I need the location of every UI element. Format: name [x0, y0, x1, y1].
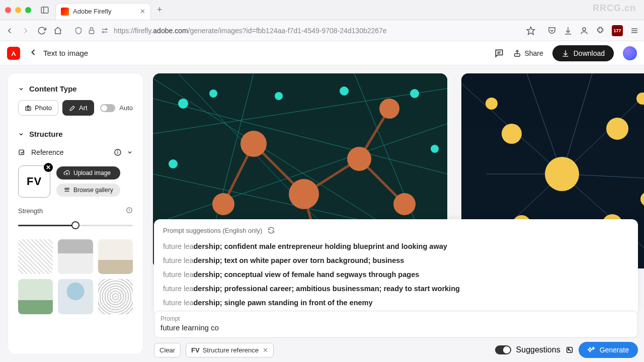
suggestion-item[interactable]: future leadership; single pawn standing …: [163, 296, 629, 310]
reload-icon[interactable]: [37, 26, 46, 35]
svg-point-50: [178, 99, 188, 109]
pocket-icon[interactable]: [547, 26, 556, 35]
lock-icon: [88, 27, 96, 35]
breadcrumb-back-icon[interactable]: [28, 47, 38, 59]
generate-button[interactable]: Generate: [579, 342, 638, 358]
content-type-art-button[interactable]: Art: [62, 100, 94, 116]
sample-thumb[interactable]: [58, 239, 93, 274]
svg-point-24: [67, 188, 69, 190]
breadcrumb: Text to image: [43, 49, 88, 57]
forward-icon: [21, 26, 30, 35]
download-button[interactable]: Download: [552, 45, 614, 61]
prompt-input[interactable]: [160, 323, 631, 332]
extensions-icon[interactable]: [596, 26, 605, 35]
ublock-badge[interactable]: 177: [612, 25, 623, 36]
photo-label: Photo: [35, 104, 52, 112]
slider-thumb[interactable]: [71, 221, 79, 229]
upload-image-button[interactable]: Upload image: [56, 166, 120, 179]
sample-thumb[interactable]: [58, 279, 93, 314]
sample-thumb[interactable]: [18, 239, 53, 274]
back-icon[interactable]: [5, 26, 14, 35]
remove-reference-icon[interactable]: ✕: [44, 163, 53, 172]
strength-info-icon[interactable]: [126, 207, 133, 215]
sidebar-toggle-icon[interactable]: [40, 6, 49, 15]
reference-label: Reference: [31, 148, 64, 156]
svg-marker-7: [527, 27, 535, 34]
menu-icon[interactable]: [630, 26, 639, 35]
camera-icon: [25, 105, 32, 112]
reference-row[interactable]: Reference: [18, 145, 133, 159]
suggestion-item[interactable]: future leadership; text on white paper o…: [163, 253, 629, 267]
suggestions-toggle[interactable]: [495, 345, 511, 354]
svg-point-46: [393, 193, 416, 215]
suggestion-item[interactable]: future leadership; conceptual view of fe…: [163, 267, 629, 282]
structure-header[interactable]: Structure: [18, 130, 133, 138]
structure-reference-chip[interactable]: FV Structure reference ✕: [186, 343, 274, 357]
refresh-icon[interactable]: [267, 226, 275, 234]
clear-button[interactable]: Clear: [154, 343, 181, 357]
comments-icon[interactable]: [494, 48, 504, 58]
content-type-label: Content Type: [29, 84, 77, 93]
tab-title: Adobe Firefly: [73, 8, 112, 15]
reference-thumbnail-text: FV: [27, 175, 42, 188]
suggestion-item[interactable]: future leadership; professional career; …: [163, 282, 629, 296]
content-type-header[interactable]: Content Type: [18, 84, 133, 93]
new-tab-icon[interactable]: +: [157, 5, 163, 15]
suggestions-heading: Prompt suggestions (English only): [163, 227, 262, 234]
sample-thumb[interactable]: [98, 279, 133, 314]
svg-point-18: [27, 107, 30, 110]
structure-chip-label: Structure reference: [203, 346, 259, 354]
strength-slider[interactable]: [18, 220, 133, 230]
info-icon[interactable]: [114, 148, 122, 156]
brush-icon: [69, 105, 76, 112]
reference-thumbnail[interactable]: FV ✕: [18, 165, 50, 198]
browser-tab-bar: Adobe Firefly ✕ +: [0, 0, 644, 20]
maximize-window-icon[interactable]: [25, 7, 31, 13]
content-type-photo-button[interactable]: Photo: [18, 100, 58, 116]
chevron-down-icon[interactable]: [127, 149, 133, 155]
sample-thumb[interactable]: [98, 239, 133, 274]
tab-close-icon[interactable]: ✕: [140, 8, 145, 15]
prompt-settings-icon[interactable]: [566, 346, 574, 354]
share-icon: [513, 49, 521, 57]
download-icon: [561, 49, 570, 57]
prompt-box[interactable]: Prompt: [154, 311, 638, 338]
svg-point-22: [118, 151, 118, 151]
home-icon[interactable]: [53, 26, 62, 35]
sample-thumb[interactable]: [18, 279, 53, 314]
app-header: Text to image Share Download: [0, 41, 644, 65]
avatar[interactable]: [623, 46, 637, 60]
adobe-logo-icon[interactable]: [7, 47, 20, 60]
downloads-icon[interactable]: [564, 26, 573, 35]
bookmark-star-icon[interactable]: [526, 26, 535, 35]
browser-toolbar: https://firefly.adobe.com/generate/image…: [0, 20, 644, 41]
auto-toggle[interactable]: [100, 104, 115, 112]
window-controls: [5, 7, 31, 13]
minimize-window-icon[interactable]: [15, 7, 21, 13]
address-bar[interactable]: https://firefly.adobe.com/generate/image…: [69, 26, 540, 35]
url-text: https://firefly.adobe.com/generate/image…: [114, 27, 521, 35]
svg-point-69: [502, 124, 522, 144]
svg-point-43: [240, 131, 267, 157]
clear-label: Clear: [159, 346, 175, 354]
svg-point-57: [340, 86, 349, 96]
browser-tab[interactable]: Adobe Firefly ✕: [55, 3, 151, 20]
browse-gallery-button[interactable]: Browse gallery: [56, 184, 120, 197]
sparkle-icon: [588, 346, 596, 354]
svg-point-70: [606, 118, 628, 140]
suggestion-item[interactable]: future leadership; confident male entrep…: [163, 239, 629, 253]
remove-chip-icon[interactable]: ✕: [263, 346, 268, 354]
share-button[interactable]: Share: [513, 49, 543, 57]
tab-favicon-icon: [61, 8, 69, 16]
svg-point-23: [65, 188, 67, 190]
svg-point-77: [568, 348, 569, 349]
cloud-upload-icon: [63, 169, 70, 176]
svg-point-73: [486, 98, 498, 110]
sample-references-grid: [18, 239, 133, 314]
svg-rect-2: [89, 30, 94, 34]
account-icon[interactable]: [580, 26, 589, 35]
close-window-icon[interactable]: [5, 7, 11, 13]
svg-point-5: [106, 29, 107, 30]
svg-point-27: [129, 209, 130, 209]
svg-point-54: [431, 145, 439, 153]
